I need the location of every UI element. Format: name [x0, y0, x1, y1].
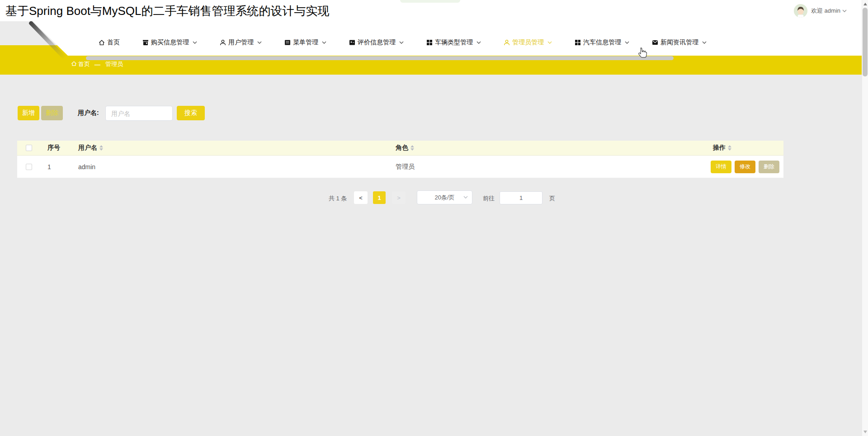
user-menu[interactable]: 欢迎 admin [794, 4, 847, 18]
avatar [794, 4, 807, 18]
nav-item-user-mgmt[interactable]: 用户管理 [220, 38, 262, 47]
admin-table: 序号 用户名 角色 操作 1 admin 管理员 详情 修改 删除 [17, 141, 783, 178]
edit-button[interactable]: 修改 [735, 161, 755, 173]
main-nav: 首页 购买信息管理 用户管理 菜单管理 评价信 [0, 21, 868, 56]
nav-item-label: 用户管理 [228, 38, 254, 47]
row-checkbox[interactable] [26, 164, 32, 170]
nav-item-review-info[interactable]: 评价信息管理 [349, 38, 404, 47]
nav-item-purchase-info[interactable]: 购买信息管理 [142, 38, 197, 47]
breadcrumb-home-label: 首页 [78, 60, 90, 68]
add-button[interactable]: 新增 [18, 106, 39, 120]
column-header-index: 序号 [47, 144, 60, 152]
nav-item-label: 评价信息管理 [358, 38, 396, 47]
select-all-checkbox[interactable] [26, 145, 32, 151]
chevron-down-icon [399, 41, 404, 44]
breadcrumb-separator: — [94, 61, 101, 68]
username-input[interactable] [105, 106, 173, 121]
nav-item-label: 车辆类型管理 [435, 38, 473, 47]
nav-item-label: 汽车信息管理 [583, 38, 621, 47]
cutoff-popup-edge [400, 0, 460, 3]
sort-icon[interactable] [99, 145, 103, 151]
nav-item-car-info[interactable]: 汽车信息管理 [575, 38, 629, 47]
page-size-select[interactable]: 20条/页 [417, 190, 472, 204]
chevron-down-icon [702, 41, 707, 44]
chevron-down-icon [193, 41, 197, 44]
scrollbar-thumb[interactable] [863, 8, 868, 76]
table-row: 1 admin 管理员 详情 修改 删除 [17, 156, 783, 178]
chevron-down-icon [547, 41, 552, 44]
nav-item-admin-mgmt[interactable]: 管理员管理 [504, 38, 552, 47]
delete-button[interactable]: 删除 [41, 106, 63, 120]
username-label: 用户名: [78, 109, 99, 117]
goto-label: 前往 [483, 194, 495, 203]
home-icon [99, 39, 105, 46]
chevron-down-icon [257, 41, 262, 44]
store-icon [142, 39, 149, 46]
admin-user-icon [504, 39, 510, 46]
cell-username: admin [71, 163, 389, 171]
grid-icon [426, 39, 433, 46]
nav-item-label: 首页 [107, 38, 120, 47]
nav-horizontal-scrollbar[interactable] [86, 56, 674, 60]
chevron-down-icon [625, 41, 629, 44]
nav-item-vehicle-type[interactable]: 车辆类型管理 [426, 38, 481, 47]
nav-item-label: 菜单管理 [293, 38, 318, 47]
nav-item-news-mgmt[interactable]: 新闻资讯管理 [652, 38, 707, 47]
chevron-down-icon [476, 41, 481, 44]
page-title: 基于Spring Boot与MySQL的二手车销售管理系统的设计与实现 [5, 3, 330, 19]
nav-item-label: 新闻资讯管理 [660, 38, 698, 47]
rating-icon [349, 39, 355, 46]
home-icon [71, 61, 77, 68]
page-size-value: 20条/页 [434, 194, 454, 202]
column-header-role: 角色 [396, 144, 408, 152]
menu-icon [284, 39, 291, 46]
table-header-row: 序号 用户名 角色 操作 [17, 141, 783, 156]
scrollbar-up-arrow[interactable] [863, 3, 867, 5]
nav-item-menu-mgmt[interactable]: 菜单管理 [284, 38, 326, 47]
detail-button[interactable]: 详情 [711, 161, 731, 173]
cell-index: 1 [41, 163, 71, 171]
user-icon [220, 39, 226, 46]
chevron-down-icon [842, 9, 847, 12]
breadcrumb: 首页 — 管理员 [71, 60, 123, 68]
column-header-actions: 操作 [713, 144, 726, 152]
sort-icon[interactable] [728, 145, 731, 151]
pagination-page-1[interactable]: 1 [373, 191, 386, 204]
nav-item-label: 管理员管理 [512, 38, 544, 47]
pagination-total: 共 1 条 [329, 194, 347, 203]
row-delete-button[interactable]: 删除 [759, 161, 779, 173]
nav-item-home[interactable]: 首页 [99, 38, 120, 47]
nav-item-label: 购买信息管理 [151, 38, 189, 47]
cell-role: 管理员 [389, 163, 699, 171]
page-unit-label: 页 [549, 194, 555, 203]
sort-icon[interactable] [410, 145, 414, 151]
chevron-down-icon [322, 41, 326, 44]
column-header-username: 用户名 [78, 144, 97, 152]
goto-page-input[interactable] [500, 191, 542, 204]
welcome-text: 欢迎 admin [811, 7, 840, 15]
chevron-down-icon [463, 196, 468, 199]
pagination-next-button[interactable]: > [392, 191, 406, 204]
search-button[interactable]: 搜索 [177, 106, 205, 120]
mail-icon [652, 39, 658, 46]
pagination-prev-button[interactable]: < [354, 191, 368, 204]
app-header: 基于Spring Boot与MySQL的二手车销售管理系统的设计与实现 欢迎 a… [0, 0, 868, 21]
breadcrumb-home-link[interactable]: 首页 [71, 60, 90, 68]
scrollbar-down-arrow[interactable] [863, 431, 867, 433]
breadcrumb-current: 管理员 [105, 60, 123, 68]
vertical-scrollbar [862, 0, 868, 436]
grid-icon [575, 39, 581, 46]
